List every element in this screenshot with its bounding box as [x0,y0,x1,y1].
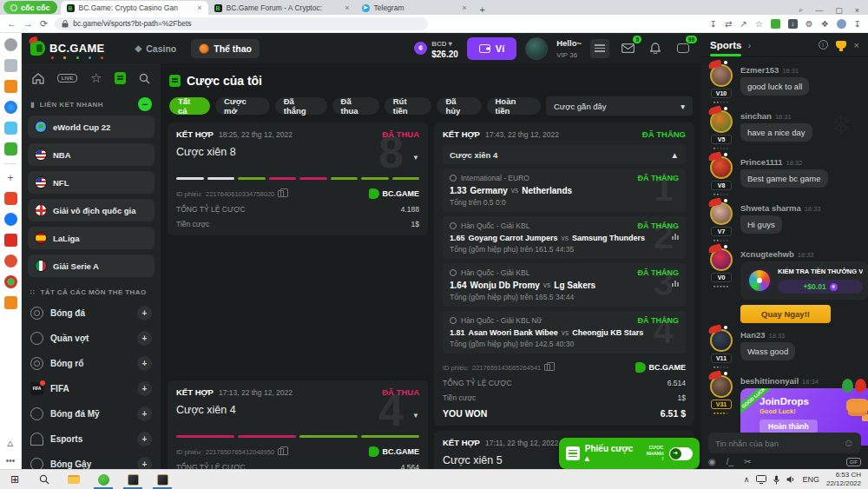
share-icon[interactable]: ↗ [740,19,746,29]
sidebar-item-eworld-cup[interactable]: eWorld Cup 22 [28,116,155,138]
avatar[interactable] [710,248,733,271]
window-minimize-button[interactable]: — [815,6,823,15]
display-icon[interactable] [756,475,766,484]
currency-selector[interactable]: ¢ BCD ▾$26.20 [414,37,458,59]
download-page-icon[interactable]: ↧ [710,19,717,29]
chat-username[interactable]: beshittinonyail [740,376,799,386]
avatar[interactable] [710,329,733,352]
bonus-spin-card[interactable]: KIỂM TRA TIỀN THƯỞNG VÒNG QU +$0.01¢ [740,261,868,300]
expand-plus-icon[interactable]: + [137,306,152,320]
back-button[interactable]: ← [7,18,16,29]
sidebar-item-nba[interactable]: NBA [28,143,155,166]
notification-bell-icon[interactable]: 🜂 [6,438,16,448]
chevron-down-icon[interactable]: ▼ [412,154,419,162]
sidebar-item-laliga[interactable]: LaLiga [28,227,155,249]
tab-close-icon[interactable]: × [345,3,349,12]
add-shortcut-icon[interactable]: + [7,172,13,184]
sidebar-sport-tennis[interactable]: Quần vợt+ [22,326,161,351]
more-dots-icon[interactable]: ••• [6,456,16,466]
sidebar-item-nfl[interactable]: NFL [28,171,155,194]
chat-message-input[interactable] [715,439,844,448]
filter-refund[interactable]: Hoàn tiền [487,97,541,115]
history-clock-icon[interactable] [4,38,17,51]
game-app-button[interactable] [118,470,148,489]
sidebar-item-serie-a[interactable]: Giải Serie A [28,254,155,277]
chat-username[interactable]: Ezmer153 [740,65,779,75]
facebook-icon[interactable] [4,213,17,226]
sidebar-sport-fifa[interactable]: FIFAFIFA+ [22,376,161,401]
filter-open[interactable]: Cược mở [215,97,270,115]
chat-username[interactable]: sinchan [740,111,772,121]
bet-card-won[interactable]: KẾT HỢP 17:43, 22 thg 12, 2022 ĐÃ THẮNG … [434,122,694,426]
spin-now-button[interactable]: Quay Ngay!! [740,305,831,323]
sidebar-item-national-league[interactable]: Giải vô địch quốc gia [28,199,155,221]
taskbar-clock[interactable]: 6:53 CH22/12/2022 [826,471,861,488]
filter-cancelled[interactable]: Đã hủy [437,97,481,115]
address-bar[interactable]: bc.game/vi/sports?bt-path=%2Fbets [55,17,428,30]
collapse-quick-links-button[interactable]: − [138,97,152,111]
chat-close-icon[interactable]: × [854,40,859,50]
browser-tab-bcgame[interactable]: B BC.Game: Crypto Casino Gan × [61,1,208,15]
avatar[interactable] [710,156,733,179]
stats-icon[interactable] [672,234,679,240]
notifications-bell-icon[interactable] [646,39,665,58]
chat-username[interactable]: Xcnugteehwb [740,249,794,259]
extensions-puzzle-icon[interactable]: ❖ [821,19,829,29]
coccoc-menu-button[interactable]: cốc cốc [3,1,57,14]
bcgame-logo[interactable]: BC.GAME [30,41,105,56]
quick-bet-toggle[interactable] [669,447,693,460]
messenger-icon[interactable] [4,101,17,114]
promo-red-icon[interactable] [4,254,17,268]
trophy-icon[interactable] [836,41,846,49]
bet-card-lost-8[interactable]: KẾT HỢP 18:25, 22 thg 12, 2022 ĐÃ THUA C… [168,122,428,235]
profile-avatar-icon[interactable] [837,19,846,29]
tip-coin-icon[interactable]: ◉ [708,457,716,466]
calendar-icon[interactable] [4,234,17,247]
window-maximize-button[interactable]: ▢ [835,6,843,15]
tray-expand-icon[interactable]: ∧ [744,475,750,484]
nav-casino[interactable]: ◆Casino [128,39,185,58]
bet-list-icon[interactable] [590,39,609,58]
sidebar-sport-basketball[interactable]: Bóng rổ+ [22,351,161,376]
volume-icon[interactable] [786,475,795,484]
forward-button[interactable]: → [23,18,33,29]
inbox-icon[interactable]: 5 [618,39,637,58]
bet-card-lost-4[interactable]: KẾT HỢP 17:13, 22 thg 12, 2022 ĐÃ THUA C… [168,380,428,469]
coccoc-taskbar-button[interactable] [89,470,118,489]
chat-tab-sports[interactable]: Sports [710,40,741,50]
new-tab-button[interactable]: + [473,4,492,15]
sidebar-sport-american-football[interactable]: Bóng đá Mỹ+ [22,401,161,426]
chat-username[interactable]: Prince1111 [740,157,783,167]
expand-plus-icon[interactable]: + [137,381,152,396]
user-info[interactable]: Hello~ VIP 36 [556,37,582,60]
user-avatar[interactable] [525,37,548,60]
chat-rules-info-icon[interactable]: i [819,40,828,50]
microphone-icon[interactable] [773,475,779,485]
game-app-button[interactable] [148,470,177,489]
tab-close-icon[interactable]: × [197,3,201,12]
game-dot-icon[interactable] [4,275,17,288]
youtube-icon[interactable] [4,192,17,205]
attach-icon[interactable]: ✂ [744,457,751,466]
stats-icon[interactable] [672,281,679,287]
filter-cashout[interactable]: Rút tiền [385,97,432,115]
file-explorer-button[interactable] [59,470,89,489]
gif-picker-icon[interactable]: GIF [846,458,861,466]
home-icon[interactable] [32,73,44,84]
nav-sports[interactable]: Thể thao [191,39,260,58]
download-manager-icon[interactable]: ↓ [788,19,798,29]
copy-icon[interactable] [278,448,284,455]
copy-icon[interactable] [544,364,550,371]
screenshot-search-icon[interactable]: ⌕ [799,5,803,15]
downloads-icon[interactable]: ↧ [854,19,861,29]
taskbar-search-icon[interactable] [30,470,59,489]
settings-gear-icon[interactable]: ⚙ [806,19,813,29]
search-icon[interactable] [139,73,150,84]
expand-plus-icon[interactable]: + [137,356,152,371]
live-icon[interactable]: LIVE [57,74,77,83]
bookmark-star-icon[interactable]: ☆ [755,19,763,29]
avatar[interactable] [710,110,733,133]
newsfeed-icon[interactable] [4,59,17,72]
betslip-button[interactable]: Phiếu cược ▴ CƯỢCNHANH ! [559,438,700,469]
expand-plus-icon[interactable]: + [137,457,152,469]
